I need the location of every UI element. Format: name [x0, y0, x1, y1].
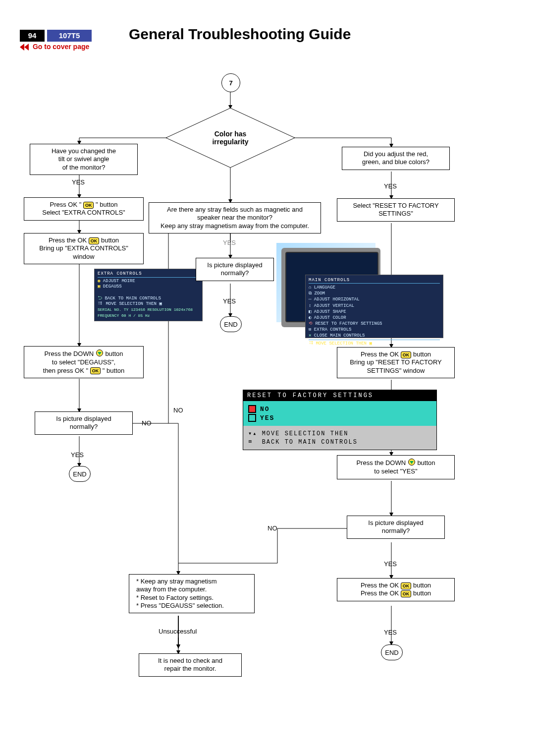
rewind-icon	[20, 44, 29, 51]
end-node: END	[69, 466, 91, 482]
osd-main-controls: MAIN CONTROLS ⌂ LANGUAGE ⧉ ZOOM ↔ ADJUST…	[305, 275, 443, 338]
edge-label: NO	[268, 524, 277, 532]
box-bring-up-extra: Press the OK OK button Bring up "EXTRA C…	[24, 233, 144, 264]
edge-label: YES	[384, 182, 397, 190]
box-stray-fields: Are there any stray fields such as magne…	[149, 202, 321, 233]
edge-label: NO	[173, 407, 183, 414]
down-arrow-icon	[96, 349, 104, 358]
page-title: General Troubleshooting Guide	[129, 26, 351, 43]
down-arrow-icon	[408, 459, 416, 467]
edge-label: YES	[71, 451, 84, 459]
ok-button-icon: OK	[401, 590, 412, 597]
cover-page-link[interactable]: Go to cover page	[20, 43, 89, 53]
box-reset-factory: Select "RESET TO FACTORY SETTINGS"	[337, 198, 455, 222]
box-remedies: * Keep any stray magnetism away from the…	[129, 574, 255, 613]
edge-label: Unsuccessful	[159, 628, 197, 635]
osd-reset-title: RESET TO FACTORY SETTINGS	[243, 390, 436, 401]
box-picture-normal-center: Is picture displayed normally?	[196, 258, 274, 281]
edge-label: NO	[142, 419, 152, 427]
end-node: END	[220, 316, 242, 332]
start-node-7: 7	[221, 73, 240, 92]
edge-label: YES	[384, 560, 397, 568]
edge-label: YES	[223, 239, 236, 246]
model-badge: 107T5	[47, 30, 92, 42]
box-picture-normal-left: Is picture displayed normally?	[35, 411, 133, 435]
box-adjust-rgb: Did you adjust the red, green, and blue …	[342, 147, 450, 170]
ok-button-icon: OK	[89, 237, 100, 244]
end-node: END	[381, 644, 403, 660]
osd-extra-controls: EXTRA CONTROLS ◉ ADJUST MOIRE ▣ DEGAUSS …	[94, 269, 203, 321]
box-press-ok-extra: Press OK " OK " button Select "EXTRA CON…	[24, 197, 144, 221]
ok-button-icon: OK	[401, 582, 412, 589]
ok-button-icon: OK	[83, 202, 94, 209]
decision-label: Color has irregularity	[212, 130, 248, 146]
box-picture-normal-right: Is picture displayed normally?	[347, 516, 445, 539]
ok-button-icon: OK	[401, 351, 412, 358]
edge-label: YES	[384, 629, 397, 636]
box-bring-up-reset: Press the OK OK button Bring up "RESET T…	[337, 347, 455, 378]
box-press-ok-twice: Press the OK OK button Press the OK OK b…	[337, 578, 455, 601]
page-number-badge: 94	[20, 30, 45, 42]
page: 94 107T5 General Troubleshooting Guide G…	[0, 0, 535, 756]
box-tilt-swivel: Have you changed the tilt or swivel angl…	[30, 144, 138, 175]
edge-label: YES	[72, 178, 85, 186]
decision-color-irregularity: Color has irregularity	[166, 108, 295, 168]
box-press-down-yes: Press the DOWN button to select "YES"	[337, 455, 455, 479]
cover-page-label: Go to cover page	[33, 43, 89, 51]
osd-reset-factory: RESET TO FACTORY SETTINGS NO YES ▾▴ MOVE…	[243, 390, 437, 450]
box-press-down-degauss: Press the DOWN button to select "DEGAUSS…	[24, 346, 144, 378]
box-repair: It is need to check and repair the monit…	[139, 653, 242, 677]
edge-label: YES	[223, 297, 236, 305]
ok-button-icon: OK	[90, 367, 101, 374]
